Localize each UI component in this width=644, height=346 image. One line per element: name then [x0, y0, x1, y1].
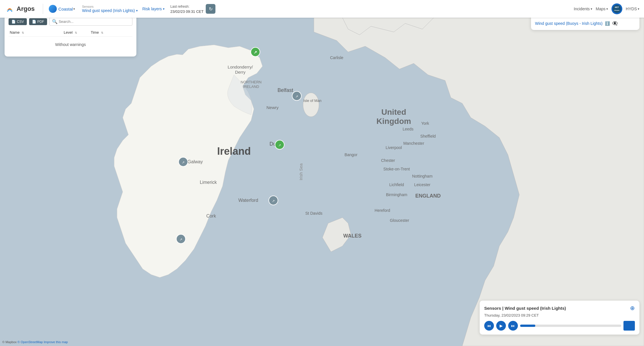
- svg-text:Kingdom: Kingdom: [376, 117, 411, 126]
- svg-text:MET: MET: [615, 6, 619, 8]
- header: Argos Coastal ▾ Sensors Wind gust speed …: [0, 0, 644, 18]
- logo-text: Argos: [17, 5, 35, 13]
- argos-logo-icon: [5, 4, 15, 14]
- col-level-header[interactable]: Level ⇅: [64, 30, 91, 35]
- risk-layers-dropdown-icon: ▾: [163, 7, 165, 11]
- layer-info-icon[interactable]: ℹ️: [605, 21, 610, 26]
- map-svg: Ireland Belfast Dublin Galway Limerick W…: [0, 18, 644, 346]
- pdf-button[interactable]: 📄 PDF: [29, 18, 47, 25]
- hyds-button[interactable]: HYDS ▾: [626, 7, 639, 11]
- hyds-dropdown-icon: ▾: [638, 7, 639, 11]
- svg-text:Derry: Derry: [235, 70, 246, 75]
- svg-text:Leicester: Leicester: [414, 182, 431, 187]
- search-box[interactable]: 🔍: [49, 17, 132, 26]
- level-sort-icon: ⇅: [75, 31, 77, 34]
- svg-text:Gloucester: Gloucester: [390, 218, 409, 223]
- mapbox-attribution: © Mapbox: [2, 340, 17, 344]
- progress-fill: [520, 325, 535, 327]
- sensors-dropdown-icon: ▾: [136, 9, 138, 13]
- table-empty-message: Without warnings: [9, 37, 132, 53]
- bottom-panel-date: Thursday, 23/02/2023 09:29 CET: [484, 313, 635, 317]
- progress-bar[interactable]: [520, 325, 621, 327]
- refresh-time: 23/02/23 09:31 CET: [170, 9, 203, 14]
- osm-link[interactable]: © OpenStreetMap: [17, 340, 43, 344]
- bottom-panel: Sensors | Wind gust speed (Irish Lights)…: [480, 301, 639, 335]
- improve-map-link[interactable]: Improve this map: [44, 340, 68, 344]
- svg-point-4: [303, 93, 319, 117]
- playback-skip-forward-button[interactable]: ⏭: [508, 321, 518, 331]
- bottom-panel-header: Sensors | Wind gust speed (Irish Lights)…: [484, 305, 635, 311]
- search-input[interactable]: [59, 19, 130, 24]
- svg-text:ENGLAND: ENGLAND: [415, 193, 441, 199]
- maps-button[interactable]: Maps ▾: [596, 7, 608, 11]
- csv-button[interactable]: 📄 CSV: [9, 18, 27, 25]
- svg-text:↗: ↗: [182, 160, 185, 164]
- col-time-label: Time: [91, 30, 99, 35]
- coastal-nav[interactable]: Coastal ▾: [47, 4, 78, 14]
- svg-text:Londonderry/: Londonderry/: [228, 65, 253, 69]
- search-row: 📄 CSV 📄 PDF 🔍: [9, 17, 132, 26]
- svg-text:Irish Sea: Irish Sea: [298, 163, 303, 180]
- risk-layers-button[interactable]: Risk layers ▾: [142, 7, 165, 11]
- svg-text:WALES: WALES: [343, 233, 362, 239]
- hyds-label: HYDS: [626, 7, 637, 11]
- col-level-label: Level: [64, 30, 72, 35]
- svg-text:Limerick: Limerick: [200, 180, 217, 185]
- col-time-header[interactable]: Time ⇅: [91, 30, 131, 35]
- maps-label: Maps: [596, 7, 605, 11]
- svg-text:NORTHERN: NORTHERN: [241, 80, 261, 84]
- search-icon: 🔍: [52, 19, 58, 24]
- svg-text:Manchester: Manchester: [403, 141, 424, 146]
- coastal-label: Coastal: [58, 7, 73, 11]
- pdf-icon: 📄: [32, 20, 36, 24]
- svg-text:United: United: [381, 108, 406, 116]
- svg-text:↗: ↗: [295, 94, 298, 98]
- logo: Argos: [5, 4, 35, 14]
- svg-text:Liverpool: Liverpool: [386, 145, 402, 150]
- table-header: Name ⇅ Level ⇅ Time ⇅: [9, 29, 132, 37]
- sensors-dropdown[interactable]: Wind gust speed (Irish Lights) ▾: [82, 8, 138, 13]
- layer-info: Wind gust speed (Buoys - Irish Lights) ℹ…: [535, 21, 635, 26]
- col-name-header[interactable]: Name ⇅: [10, 30, 64, 35]
- svg-text:Cork: Cork: [206, 214, 216, 218]
- risk-layers-label: Risk layers: [142, 7, 162, 11]
- svg-text:Chester: Chester: [381, 158, 395, 163]
- svg-text:Sheffield: Sheffield: [420, 134, 436, 138]
- svg-text:St Davids: St Davids: [305, 211, 322, 216]
- refresh-button[interactable]: ↻: [206, 4, 215, 14]
- svg-text:York: York: [421, 121, 429, 126]
- incidents-dropdown-icon: ▾: [591, 7, 592, 11]
- layer-eye-icon[interactable]: 👁️‍🗨️: [612, 21, 618, 26]
- time-sort-icon: ⇅: [101, 31, 103, 34]
- svg-text:Carlisle: Carlisle: [330, 55, 344, 60]
- csv-icon: 📄: [11, 20, 16, 24]
- svg-text:↗: ↗: [254, 50, 257, 55]
- svg-text:Nottingham: Nottingham: [412, 174, 433, 178]
- map-area[interactable]: Ireland Belfast Dublin Galway Limerick W…: [0, 18, 644, 346]
- progress-end-button[interactable]: [623, 321, 635, 331]
- add-button[interactable]: ⊕: [630, 305, 635, 311]
- svg-text:éireann: éireann: [614, 9, 619, 11]
- playback-skip-back-button[interactable]: ⏮: [484, 321, 494, 331]
- svg-text:↗: ↗: [272, 199, 275, 203]
- layer-name-label[interactable]: Wind gust speed (Buoys - Irish Lights): [535, 21, 603, 26]
- sensors-value-label: Wind gust speed (Irish Lights): [82, 8, 135, 13]
- met-logo: MET éireann: [611, 3, 622, 14]
- svg-text:Ireland: Ireland: [217, 145, 251, 157]
- svg-text:↗: ↗: [278, 143, 281, 147]
- incidents-button[interactable]: Incidents ▾: [574, 7, 592, 11]
- svg-text:Hereford: Hereford: [375, 208, 390, 213]
- svg-text:Galway: Galway: [187, 159, 203, 164]
- playback-controls: ⏮ ▶ ⏭: [484, 321, 635, 331]
- svg-text:Isle of Man: Isle of Man: [303, 98, 322, 103]
- sensors-group: Sensors Wind gust speed (Irish Lights) ▾: [82, 5, 138, 13]
- svg-text:Bangor: Bangor: [344, 152, 357, 157]
- header-right: Incidents ▾ Maps ▾ MET éireann HYDS ▾: [574, 3, 639, 14]
- svg-text:Lichfield: Lichfield: [389, 182, 404, 187]
- met-icon: MET éireann: [611, 3, 622, 14]
- pdf-label: PDF: [37, 20, 44, 24]
- refresh-group: Last refresh: 23/02/23 09:31 CET ↻: [170, 4, 215, 14]
- playback-play-button[interactable]: ▶: [496, 321, 506, 331]
- svg-text:Birmingham: Birmingham: [386, 192, 407, 197]
- name-sort-icon: ⇅: [22, 31, 24, 34]
